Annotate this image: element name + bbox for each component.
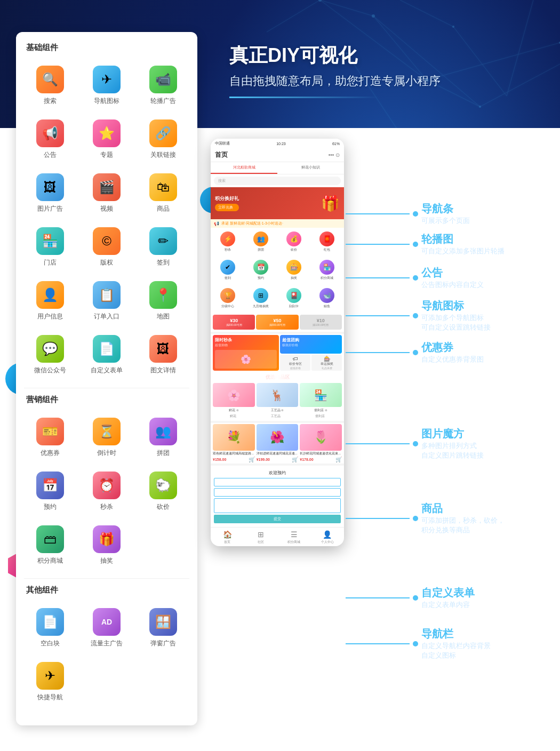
userinfo-label: 用户信息 — [37, 312, 63, 321]
icon-store[interactable]: 🏪 门店 — [24, 222, 76, 271]
phone-nav-icon-4[interactable]: ✔ 签到 — [212, 258, 244, 282]
bottom-nav-profile[interactable]: 👤 个人中心 — [311, 530, 345, 545]
icon-imgtext[interactable]: 🖼 图文详情 — [137, 330, 189, 379]
bottom-nav-community[interactable]: ⊞ 社区 — [244, 530, 278, 545]
nav-icon-box: ✈ — [93, 66, 121, 93]
icon-map[interactable]: 📍 地图 — [137, 276, 189, 325]
ann-title-4: 导航图标 — [421, 299, 491, 313]
icon-notice[interactable]: 📢 公告 — [24, 114, 76, 164]
basic-icons-grid: 🔍 搜索 ✈ 导航图标 📹 轮播广告 📢 公告 ⭐ 专题 🔗 关联链接 — [24, 60, 189, 379]
product-img-1: 🌺 — [257, 424, 299, 451]
icon-bargain[interactable]: 🐑 砍价 — [137, 466, 189, 516]
phone-navbar: 首页 ••• ⊙ — [211, 148, 344, 162]
icon-popup-ad[interactable]: 🪟 弹窗广告 — [137, 603, 189, 652]
phone-nav-icon-3[interactable]: 🧧 红包 — [311, 230, 343, 254]
product-cart-0[interactable]: 🛒 — [249, 457, 255, 462]
phone-tab-0[interactable]: 河北航歌商城 — [211, 162, 277, 174]
basic-section-title: 基础组件 — [24, 43, 189, 53]
product-card-1[interactable]: 🌺 洋桔进鲜花速递同城花店逢... ¥199.00 🛒 — [257, 424, 299, 462]
icon-carousel[interactable]: 📹 轮播广告 — [137, 60, 189, 110]
icon-imgad[interactable]: 🖼 图片广告 — [24, 168, 76, 218]
icon-quick-nav[interactable]: ✈ 快捷导航 — [24, 657, 76, 706]
ann-title-3: 公告 — [421, 266, 484, 280]
annotation-picture-cube: 图片魔方 多种图片排列方式 自定义图片跳转链接 — [346, 427, 484, 460]
profile-label: 个人中心 — [321, 540, 334, 545]
ann-desc-9a: 自定义导航栏内容背景 — [421, 641, 491, 651]
icon-blank[interactable]: 📄 空白块 — [24, 603, 76, 652]
icon-video[interactable]: 🎬 视频 — [81, 168, 133, 218]
community-label: 社区 — [258, 540, 264, 545]
ann-desc-5: 自定义优惠券背景图 — [421, 355, 484, 364]
map-label: 地图 — [157, 312, 170, 321]
icon-topic[interactable]: ⭐ 专题 — [81, 114, 133, 164]
banner-btn[interactable]: 立即兑换 — [215, 204, 239, 211]
phone-nav-icon-10[interactable]: 🎴 刮刮卡 — [278, 286, 310, 310]
phone-nav-icon-5[interactable]: 📅 预约 — [245, 258, 277, 282]
store-icon-box: 🏪 — [36, 227, 64, 255]
icon-group[interactable]: 👥 拼团 — [137, 412, 189, 462]
ann-desc-9b: 自定义图标 — [421, 651, 491, 660]
bottom-nav-points[interactable]: ☰ 积分商城 — [277, 530, 311, 545]
icon-wechat[interactable]: 💬 微信公众号 — [24, 330, 76, 379]
product-card-2[interactable]: 🌷 长沙鲜花同城速递优化花束... ¥178.00 🛒 — [300, 424, 342, 462]
ann-dot-4 — [413, 313, 418, 318]
phone-nav-icon-7[interactable]: 🏪 积分商城 — [311, 258, 343, 282]
ann-line-9 — [346, 643, 410, 644]
form-field-name[interactable] — [214, 478, 341, 486]
video-icon-box: 🎬 — [93, 173, 121, 201]
icon-copyright[interactable]: © 版权 — [81, 222, 133, 271]
ann-title-7: 商品 — [421, 501, 505, 516]
nav-icon-circle-8: 🏆 — [220, 288, 235, 303]
form-submit-btn[interactable]: 提交 — [214, 515, 341, 523]
nav-icon-label-10: 刮刮卡 — [289, 304, 299, 309]
phone-nav-icon-2[interactable]: 💰 砍价 — [278, 230, 310, 254]
imgad-icon-box: 🖼 — [36, 173, 64, 201]
coupon-1[interactable]: ¥50 满300.00可用 — [256, 315, 298, 330]
nav-icon-circle-10: 🎴 — [286, 288, 301, 303]
form-field-note[interactable] — [214, 498, 341, 513]
phone-nav-icon-11[interactable]: 🐋 鲸鱼 — [311, 286, 343, 310]
icon-customform[interactable]: 📄 自定义表单 — [81, 330, 133, 379]
phone-nav-icon-0[interactable]: ⚡ 秒杀 — [212, 230, 244, 254]
icon-countdown[interactable]: ⏳ 倒计时 — [81, 412, 133, 462]
product-title-1: 洋桔进鲜花速递同城花店逢... — [257, 452, 299, 456]
icon-order[interactable]: 📋 订单入口 — [81, 276, 133, 325]
icon-link[interactable]: 🔗 关联链接 — [137, 114, 189, 164]
icon-checkin[interactable]: ✏ 签到 — [137, 222, 189, 271]
icon-traffic-ad[interactable]: AD 流量主广告 — [81, 603, 133, 652]
icon-points-mall[interactable]: 🗃 积分商城 — [24, 520, 76, 570]
icon-product[interactable]: 🛍 商品 — [137, 168, 189, 218]
ann-line-8 — [346, 597, 410, 598]
product-cart-1[interactable]: 🛒 — [292, 457, 298, 462]
group-icon-box: 👥 — [149, 418, 177, 445]
coupon-label: 优惠券 — [41, 449, 60, 458]
phone-nav-icon-6[interactable]: 🎰 抽奖 — [278, 258, 310, 282]
coupon-2: ¥10 满100.00可用 — [300, 315, 342, 330]
community-icon: ⊞ — [258, 530, 264, 539]
icon-flash[interactable]: ⏰ 秒杀 — [81, 466, 133, 516]
phone-nav-icon-8[interactable]: 🏆 分级中心 — [212, 286, 244, 310]
icon-nav[interactable]: ✈ 导航图标 — [81, 60, 133, 110]
icon-search[interactable]: 🔍 搜索 — [24, 60, 76, 110]
icon-lottery[interactable]: 🎁 抽奖 — [81, 520, 133, 570]
icon-coupon[interactable]: 🎫 优惠券 — [24, 412, 76, 462]
icon-appointment[interactable]: 📅 预约 — [24, 466, 76, 516]
phone-tab-1[interactable]: 鲜花小知识 — [277, 162, 344, 174]
phone-nav-icon-1[interactable]: 👥 拼团 — [245, 230, 277, 254]
bottom-nav-home[interactable]: 🏠 首页 — [211, 530, 244, 545]
phone-nav-icon-9[interactable]: ⊞ 九宫格抽奖 — [245, 286, 277, 310]
form-field-phone[interactable] — [214, 488, 341, 497]
product-cart-2[interactable]: 🛒 — [335, 457, 342, 462]
svg-point-14 — [372, 14, 375, 18]
phone-form: 欢迎预约 提交 — [211, 468, 344, 527]
carrier: 中国联通 — [215, 141, 230, 146]
promo-sub-1-sublabel: 超低价格 — [290, 366, 301, 370]
product-card-0[interactable]: 💐 双色鲜花速递同城高端篮路... ¥158.00 🛒 — [213, 424, 255, 462]
icon-userinfo[interactable]: 👤 用户信息 — [24, 276, 76, 325]
store-label: 门店 — [44, 258, 57, 267]
appointment-label: 预约 — [44, 502, 57, 512]
coupon-0[interactable]: ¥30 满200.00可用 — [213, 315, 255, 330]
coupon-amount-2: ¥10 — [317, 318, 325, 323]
svg-line-3 — [480, 64, 560, 107]
phone-search-bar[interactable]: 搜索 — [214, 177, 341, 185]
